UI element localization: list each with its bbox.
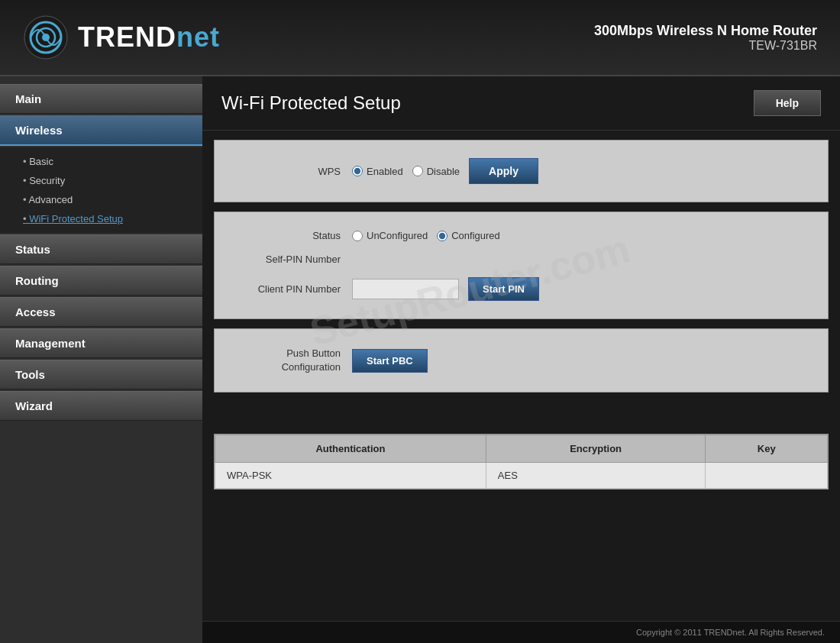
wps-controls: Enabled Disable Apply [352,158,538,184]
sidebar-item-wifi-protected-setup[interactable]: WiFi Protected Setup [0,209,202,228]
wps-enabled-label: Enabled [367,166,403,177]
client-pin-controls: Start PIN [352,277,539,301]
pbc-controls: Start PBC [352,349,428,373]
start-pbc-button[interactable]: Start PBC [352,349,428,373]
sidebar-item-wizard[interactable]: Wizard [0,391,202,421]
status-label: Status [230,230,352,241]
wps-disable-label: Disable [427,166,460,177]
status-row: Status UnConfigured Configured [230,224,813,247]
footer: Copyright © 2011 TRENDnet. All Rights Re… [202,621,840,643]
wps-disable-option[interactable]: Disable [412,166,460,177]
table-header-row: Authentication Encryption Key [215,435,828,463]
unconfigured-option[interactable]: UnConfigured [352,230,428,241]
header: TRENDnet 300Mbps Wireless N Home Router … [0,0,840,76]
client-pin-label: Client PIN Number [230,283,352,295]
wireless-submenu: Basic Security Advanced WiFi Protected S… [0,147,202,233]
model-number: TEW-731BR [594,39,817,53]
sidebar-item-tools[interactable]: Tools [0,360,202,389]
col-encryption: Encryption [486,435,706,463]
page-title-bar: Wi-Fi Protected Setup Help [202,76,840,131]
wps-label: WPS [230,166,352,177]
configured-option[interactable]: Configured [437,230,500,241]
start-pin-button[interactable]: Start PIN [468,277,539,301]
self-pin-row: Self-PIN Number [230,247,813,271]
sidebar-item-basic[interactable]: Basic [0,152,202,171]
self-pin-label: Self-PIN Number [230,254,352,265]
table-row: WPA-PSK AES [215,463,828,489]
pbc-label: Push Button Configuration [230,347,352,374]
device-info: 300Mbps Wireless N Home Router TEW-731BR [594,23,817,53]
spacer [214,402,829,425]
sidebar-item-status[interactable]: Status [0,234,202,264]
logo-area: TRENDnet [23,15,220,60]
wps-enabled-option[interactable]: Enabled [352,166,403,177]
sidebar-item-routing[interactable]: Routing [0,266,202,296]
status-section: Status UnConfigured Configured Self-PIN … [214,212,829,319]
col-authentication: Authentication [215,435,486,463]
sidebar-item-access[interactable]: Access [0,297,202,327]
wps-row: WPS Enabled Disable Apply [230,152,813,190]
wps-enabled-radio[interactable] [352,166,363,176]
cell-key [706,463,828,489]
sidebar-item-management[interactable]: Management [0,328,202,358]
client-pin-input[interactable] [352,279,459,299]
sidebar: Main Wireless Basic Security Advanced Wi… [0,76,202,643]
configured-radio[interactable] [437,231,447,241]
configured-label: Configured [451,230,500,241]
help-button[interactable]: Help [754,90,821,116]
page-title: Wi-Fi Protected Setup [221,92,401,114]
content-area: Wi-Fi Protected Setup Help WPS Enabled D… [202,76,840,643]
sidebar-item-advanced[interactable]: Advanced [0,190,202,209]
wps-disable-radio[interactable] [412,166,423,176]
status-controls: UnConfigured Configured [352,230,500,241]
col-key: Key [706,435,828,463]
auth-table: Authentication Encryption Key WPA-PSK AE… [215,435,828,489]
device-name: 300Mbps Wireless N Home Router [594,23,817,39]
brand-name: TRENDnet [78,21,220,53]
wps-section: WPS Enabled Disable Apply [214,140,829,202]
client-pin-row: Client PIN Number Start PIN [230,271,813,307]
cell-authentication: WPA-PSK [215,463,486,489]
main-layout: Main Wireless Basic Security Advanced Wi… [0,76,840,643]
sidebar-item-wireless[interactable]: Wireless [0,115,202,146]
apply-button[interactable]: Apply [469,158,538,184]
pbc-row: Push Button Configuration Start PBC [230,341,813,380]
cell-encryption: AES [486,463,706,489]
auth-table-section: Authentication Encryption Key WPA-PSK AE… [214,434,829,490]
trendnet-logo-icon [23,15,69,60]
unconfigured-radio[interactable] [352,231,363,241]
sidebar-item-security[interactable]: Security [0,171,202,190]
copyright-text: Copyright © 2011 TRENDnet. All Rights Re… [636,628,825,637]
sidebar-item-main[interactable]: Main [0,84,202,114]
pbc-section: Push Button Configuration Start PBC [214,328,829,393]
unconfigured-label: UnConfigured [367,230,428,241]
